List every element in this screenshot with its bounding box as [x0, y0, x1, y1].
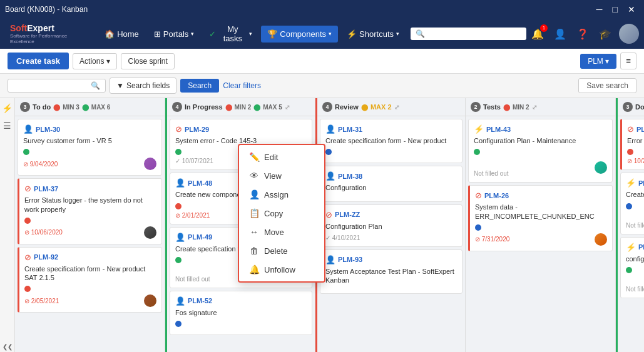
card-plm30[interactable]: 👤 PLM-30 Survey customer form - VR 5 ⊘ 9… — [18, 119, 162, 176]
nav-search-input[interactable] — [427, 29, 521, 38]
card-plm92[interactable]: ⊘ PLM-92 Create specification form - New… — [18, 247, 162, 313]
card-plm93[interactable]: 👤 PLM-93 System Acceptance Test Plan - S… — [320, 249, 463, 294]
menu-move[interactable]: ↔ Move — [239, 223, 324, 241]
nav-icons: 🔔 1 👤 ❓ 🎓 — [529, 24, 639, 44]
review-max: MAX 2 — [371, 103, 392, 111]
nav-home[interactable]: 🏠 Home — [98, 26, 145, 43]
sidebar-menu-icon[interactable]: ☰ — [3, 121, 11, 131]
components-icon: 🏆 — [267, 29, 277, 39]
card-plm29-status — [175, 149, 181, 155]
card-plm35[interactable]: ⊘ PLM-35 Error Status work property ⊘ 10… — [620, 119, 644, 170]
todo-label: To do — [33, 103, 51, 111]
help-icon: ❓ — [576, 29, 589, 39]
review-expand-icon: ⤢ — [394, 104, 399, 111]
card-plm30-id: PLM-30 — [36, 126, 60, 133]
nav-shortcuts[interactable]: ⚡ Shortcuts ▾ — [340, 26, 406, 43]
menu-copy-label: Copy — [264, 209, 283, 218]
clear-filters-button[interactable]: Clear filters — [223, 81, 261, 90]
card-plm48-status — [175, 203, 181, 209]
card-plm52-status — [175, 321, 181, 327]
search-input[interactable] — [13, 81, 88, 90]
menu-delete-label: Delete — [264, 246, 288, 256]
bell-button[interactable]: 🔔 1 — [529, 26, 546, 43]
card-plm31-title: Create specification form - New product — [325, 136, 457, 145]
card-plm52-header: 👤 PLM-52 — [175, 296, 307, 306]
plm-button[interactable]: PLM ▾ — [580, 54, 616, 69]
close-sprint-button[interactable]: Close sprint — [121, 53, 174, 69]
card-plm35-header: ⊘ PLM-35 — [627, 124, 644, 134]
help-button[interactable]: ❓ — [574, 26, 591, 43]
menu-edit[interactable]: ✏️ Edit — [239, 148, 324, 166]
card-plm43-header: ⚡ PLM-43 — [474, 124, 607, 134]
view-mode-button[interactable]: ≡ — [620, 53, 636, 69]
card-plm37-avatar — [144, 226, 156, 239]
column-done-header: 3 Done — [618, 98, 644, 116]
card-plm26-type-icon: ⊘ — [475, 191, 482, 200]
card-plm26[interactable]: ⊘ PLM-26 System data - ERR_INCOMPLETE_CH… — [468, 185, 613, 251]
done-label: Done — [635, 103, 644, 111]
review-count: 4 — [322, 102, 332, 112]
menu-view-label: View — [264, 171, 282, 181]
menu-copy[interactable]: 📋 Copy — [239, 204, 324, 223]
search-fields-button[interactable]: ▼ Search fields — [110, 78, 176, 94]
todo-body: 👤 PLM-30 Survey customer form - VR 5 ⊘ 9… — [15, 116, 165, 352]
card-plm31[interactable]: 👤 PLM-31 Create specification form - New… — [320, 119, 463, 163]
card-review-config-title: Configuration — [325, 183, 457, 192]
nav-portals[interactable]: ⊞ Portals ▾ — [148, 26, 200, 43]
top-nav: SoftExpert Software for Performance Exce… — [0, 19, 644, 49]
nav-my-tasks[interactable]: ✓ My tasks ▾ — [203, 21, 258, 47]
save-search-button[interactable]: Save search — [578, 78, 636, 93]
nav-components[interactable]: 🏆 Components ▾ — [261, 26, 338, 43]
graduation-button[interactable]: 🎓 — [596, 26, 614, 43]
review-label: Review — [335, 103, 359, 111]
minimize-button[interactable]: ─ — [593, 3, 606, 16]
card-plm44-title: configuration — [626, 254, 644, 263]
sidebar-bolt-icon[interactable]: ⚡ — [2, 103, 13, 113]
menu-assign[interactable]: 👤 Assign — [239, 185, 324, 204]
card-plm44[interactable]: ⚡ PLM-44 configuration Not filled out — [620, 237, 644, 298]
actions-button[interactable]: Actions ▾ — [73, 53, 117, 69]
todo-count: 3 — [20, 102, 30, 112]
card-plm48-type-icon: 👤 — [175, 178, 185, 188]
my-tasks-icon: ✓ — [209, 29, 216, 39]
card-plm52[interactable]: 👤 PLM-52 Fos signature — [170, 291, 312, 335]
card-plm52-id: PLM-52 — [188, 297, 212, 304]
card-plm50-id: PLM-50 — [638, 179, 644, 187]
menu-move-label: Move — [264, 228, 284, 237]
maximize-button[interactable]: □ — [609, 3, 621, 16]
card-plm48-date: ⊘ 2/01/2021 — [175, 212, 210, 219]
todo-max: MAX 6 — [91, 104, 111, 111]
close-button[interactable]: ✕ — [624, 3, 639, 16]
menu-view[interactable]: 👁 View — [239, 166, 324, 185]
card-plm50[interactable]: ⚡ PLM-50 Create specification product No… — [620, 173, 644, 234]
nav-components-label: Components — [280, 29, 326, 39]
avatar[interactable] — [619, 24, 639, 44]
notification-badge: 1 — [540, 24, 548, 32]
user-circle-icon: 👤 — [554, 29, 566, 39]
card-review-configplan[interactable]: ⊘ PLM-ZZ Configuration Plan ✓ 4/10/2021 — [320, 204, 463, 247]
create-task-button[interactable]: Create task — [8, 53, 69, 69]
graduation-icon: 🎓 — [599, 29, 611, 39]
menu-unfollow[interactable]: 🔔 Unfollow — [239, 260, 324, 279]
card-plm26-avatar — [595, 233, 607, 246]
card-review-config[interactable]: 👤 PLM-38 Configuration — [320, 166, 463, 201]
sidebar-collapse-icon[interactable]: ❮❮ — [3, 343, 13, 350]
user-circle-button[interactable]: 👤 — [551, 26, 569, 43]
board-area: 3 To do ⬤ MIN 3 ⬤ MAX 6 👤 PLM-30 Survey … — [15, 98, 644, 352]
card-plm48-id: PLM-48 — [188, 179, 212, 187]
components-caret: ▾ — [329, 31, 332, 37]
inprogress-count: 4 — [172, 102, 182, 112]
menu-delete[interactable]: 🗑 Delete — [239, 241, 324, 260]
card-plm43[interactable]: ⚡ PLM-43 Configuration Plan - Maintenanc… — [468, 119, 613, 183]
shortcuts-caret: ▾ — [396, 31, 399, 37]
card-plm44-id: PLM-44 — [638, 243, 644, 251]
logo: SoftExpert Software for Performance Exce… — [5, 21, 91, 47]
nav-search: 🔍 — [411, 28, 526, 40]
card-plm93-id: PLM-93 — [338, 256, 362, 263]
search-button[interactable]: Search — [180, 79, 219, 93]
card-plm43-date: Not filled out — [474, 170, 509, 177]
window-title: Board (KN008) - Kanban — [5, 5, 88, 14]
todo-min-icon: ⬤ — [53, 104, 60, 111]
card-plm37[interactable]: ⊘ PLM-37 Error Status logger - the syste… — [18, 178, 162, 244]
card-plm92-avatar — [144, 294, 156, 307]
